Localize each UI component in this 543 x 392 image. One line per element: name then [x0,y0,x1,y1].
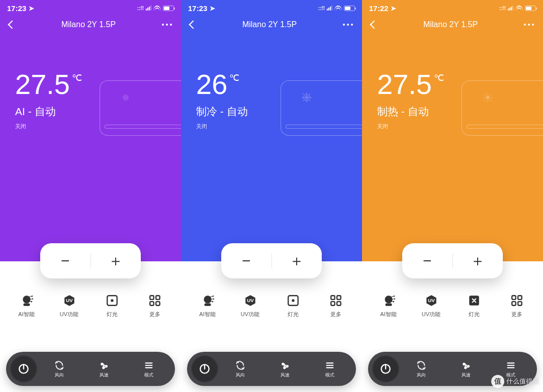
battery-icon [525,6,536,11]
signal-icon [146,6,151,11]
temperature-value: 26 [196,70,227,99]
uv-icon [425,294,438,307]
temp-minus-button[interactable]: − [40,243,90,278]
menu-icon [505,360,517,371]
wifi-icon [515,6,523,11]
more-button[interactable] [343,24,353,26]
ac-illustration [100,80,190,136]
swing-icon [234,360,246,371]
mode-button[interactable]: 模式 [126,360,171,378]
fan-icon [98,360,110,371]
back-button[interactable] [370,21,379,29]
control-panel: − ＋ AI智能 UV功能 灯光 更多 [181,261,362,392]
quick-uv[interactable]: UV功能 [233,293,268,318]
wind-speed-button[interactable]: 风速 [82,360,127,378]
more-button[interactable] [162,24,172,26]
grid-icon [329,294,342,307]
device-title: Milano 2Y 1.5P [61,20,116,29]
temp-plus-button[interactable]: ＋ [272,243,322,278]
quick-light[interactable]: 灯光 [457,293,492,318]
quick-ai[interactable]: AI智能 [371,293,406,318]
wind-direction-button[interactable]: 风向 [37,360,82,378]
ai-head-icon [201,294,214,307]
quick-uv[interactable]: UV功能 [52,293,87,318]
mode-button[interactable]: 模式 [488,360,533,378]
wind-speed-button[interactable]: 风速 [444,360,489,378]
signal-label: ::!! [499,6,506,11]
light-icon [287,294,300,307]
temp-plus-button[interactable]: ＋ [453,243,503,278]
control-panel: − ＋ AI智能 UV功能 灯光 更多 [0,261,181,392]
temperature-value: 27.5 [377,70,432,99]
quick-actions: AI智能 UV功能 灯光 更多 [362,293,543,318]
quick-ai[interactable]: AI智能 [9,293,44,318]
quick-more[interactable]: 更多 [499,293,534,318]
bottom-bar: 风向 风速 模式 [6,352,175,386]
temperature-unit: ℃ [432,70,444,82]
nav-header: Milano 2Y 1.5P [0,13,181,36]
battery-icon [344,6,355,11]
light-icon [106,294,119,307]
wind-direction-button[interactable]: 风向 [399,360,444,378]
swing-icon [53,360,65,371]
status-bar: 17:23 ➤ ::!! [181,0,362,13]
phone-screen: 17:23 ➤ ::!! Milano 2Y 1.5P 27.5 ℃ AI - … [0,0,181,392]
back-button[interactable] [8,21,17,29]
signal-label: ::!! [137,6,144,11]
back-button[interactable] [189,21,198,29]
power-button[interactable] [372,355,399,382]
fan-icon [279,360,291,371]
location-icon: ➤ [391,5,396,12]
phone-screen: 17:22 ➤ ::!! Milano 2Y 1.5P 27.5 ℃ 制热 - … [362,0,543,392]
quick-more[interactable]: 更多 [318,293,353,318]
more-button[interactable] [524,24,534,26]
quick-more[interactable]: 更多 [137,293,172,318]
status-time: 17:23 [188,4,207,13]
quick-actions: AI智能 UV功能 灯光 更多 [181,293,362,318]
ai-head-icon [20,294,33,307]
device-title: Milano 2Y 1.5P [423,20,478,29]
wind-speed-button[interactable]: 风速 [263,360,308,378]
signal-label: ::!! [318,6,325,11]
status-time: 17:22 [369,4,388,13]
mode-icon [121,92,131,103]
quick-ai[interactable]: AI智能 [190,293,225,318]
hero: 26 ℃ 制冷 - 自动 关闭 [181,36,362,142]
quick-actions: AI智能 UV功能 灯光 更多 [0,293,181,318]
menu-icon [324,360,336,371]
hero: 27.5 ℃ AI - 自动 关闭 [0,36,181,142]
signal-icon [327,6,332,11]
mode-button[interactable]: 模式 [307,360,352,378]
mode-icon [302,92,312,103]
ac-illustration [462,80,543,136]
location-icon: ➤ [29,5,34,12]
bottom-bar: 风向 风速 模式 [368,352,537,386]
swing-icon [415,360,427,371]
ac-illustration [281,80,371,136]
status-bar: 17:23 ➤ ::!! [0,0,181,13]
bottom-bar: 风向 风速 模式 [187,352,356,386]
status-bar: 17:22 ➤ ::!! [362,0,543,13]
quick-uv[interactable]: UV功能 [414,293,449,318]
temp-plus-button[interactable]: ＋ [91,243,141,278]
temperature-value: 27.5 [15,70,70,99]
wifi-icon [153,6,161,11]
ai-head-icon [382,294,395,307]
temperature-unit: ℃ [227,70,239,82]
power-button[interactable] [191,355,218,382]
power-icon [17,362,30,375]
signal-icon [508,6,513,11]
temp-minus-button[interactable]: − [221,243,272,278]
quick-light[interactable]: 灯光 [276,293,311,318]
temperature-unit: ℃ [70,70,82,82]
power-button[interactable] [10,355,37,382]
temp-stepper: − ＋ [402,243,503,278]
location-icon: ➤ [210,5,215,12]
grid-icon [148,294,161,307]
nav-header: Milano 2Y 1.5P [362,13,543,36]
phone-screen: 17:23 ➤ ::!! Milano 2Y 1.5P 26 ℃ 制冷 - 自动… [181,0,362,392]
wind-direction-button[interactable]: 风向 [218,360,263,378]
temp-minus-button[interactable]: − [402,243,452,278]
quick-light[interactable]: 灯光 [95,293,130,318]
mode-icon [483,92,493,103]
